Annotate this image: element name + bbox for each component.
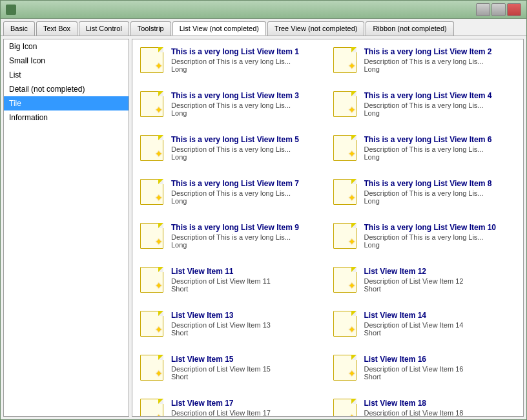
tab-listcontrol[interactable]: List Control	[79, 21, 129, 36]
app-icon	[6, 5, 16, 15]
file-icon-5: ✦	[140, 135, 163, 161]
tile-item-3[interactable]: ✦ This is a very long List View Item 3 D…	[135, 86, 328, 130]
tile-item-6[interactable]: ✦ This is a very long List View Item 6 D…	[328, 130, 521, 174]
file-icon-10: ✦	[333, 223, 356, 249]
list-scroll[interactable]: ✦ This is a very long List View Item 1 D…	[132, 39, 523, 416]
tile-item-13[interactable]: ✦ List View Item 13 Description of List …	[135, 306, 328, 350]
star-badge-17: ✦	[155, 412, 163, 416]
file-icon-11: ✦	[140, 267, 163, 293]
tab-listview[interactable]: List View (not completed)	[172, 21, 266, 36]
minimize-button[interactable]	[476, 3, 490, 16]
sidebar-item-information[interactable]: Information	[4, 110, 129, 125]
tile-extra-15: Short	[171, 373, 323, 381]
tile-text-13: List View Item 13 Description of List Vi…	[171, 311, 323, 337]
tile-item-9[interactable]: ✦ This is a very long List View Item 9 D…	[135, 218, 328, 262]
file-icon-6: ✦	[333, 135, 356, 161]
tile-icon-4: ✦	[333, 91, 359, 117]
main-window: BasicText BoxList ControlToolstripList V…	[0, 0, 527, 420]
tile-item-8[interactable]: ✦ This is a very long List View Item 8 D…	[328, 174, 521, 218]
tile-icon-9: ✦	[140, 223, 166, 249]
star-badge-10: ✦	[348, 236, 356, 247]
tile-item-12[interactable]: ✦ List View Item 12 Description of List …	[328, 262, 521, 306]
tile-grid: ✦ This is a very long List View Item 1 D…	[135, 42, 521, 416]
close-button[interactable]	[507, 3, 521, 16]
tile-icon-3: ✦	[140, 91, 166, 117]
tile-desc-16: Description of List View Item 16	[364, 365, 516, 373]
tile-extra-16: Short	[364, 373, 516, 381]
tile-item-16[interactable]: ✦ List View Item 16 Description of List …	[328, 350, 521, 394]
tile-desc-9: Description of This is a very long Lis..…	[171, 233, 323, 241]
tile-item-5[interactable]: ✦ This is a very long List View Item 5 D…	[135, 130, 328, 174]
tile-title-2: This is a very long List View Item 2	[364, 47, 516, 56]
sidebar-item-smallicon[interactable]: Small Icon	[4, 54, 129, 68]
tile-desc-11: Description of List View Item 11	[171, 277, 323, 285]
tile-desc-8: Description of This is a very long Lis..…	[364, 189, 516, 197]
tile-title-15: List View Item 15	[171, 355, 323, 364]
tile-icon-7: ✦	[140, 179, 166, 205]
tab-treeview[interactable]: Tree View (not completed)	[267, 21, 364, 36]
tile-text-17: List View Item 17 Description of List Vi…	[171, 399, 323, 416]
star-badge-16: ✦	[348, 368, 356, 379]
tile-icon-8: ✦	[333, 179, 359, 205]
list-area: ✦ This is a very long List View Item 1 D…	[132, 39, 524, 417]
tile-text-4: This is a very long List View Item 4 Des…	[364, 91, 516, 117]
tile-title-4: This is a very long List View Item 4	[364, 91, 516, 100]
tile-extra-13: Short	[171, 329, 323, 337]
file-icon-2: ✦	[333, 47, 356, 73]
tile-item-18[interactable]: ✦ List View Item 18 Description of List …	[328, 394, 521, 416]
tile-title-6: This is a very long List View Item 6	[364, 135, 516, 144]
star-badge-8: ✦	[348, 193, 356, 203]
tab-textbox[interactable]: Text Box	[36, 21, 78, 36]
tile-item-4[interactable]: ✦ This is a very long List View Item 4 D…	[328, 86, 521, 130]
tile-text-8: This is a very long List View Item 8 Des…	[364, 179, 516, 205]
tile-item-15[interactable]: ✦ List View Item 15 Description of List …	[135, 350, 328, 394]
tile-icon-16: ✦	[333, 355, 359, 381]
tile-text-15: List View Item 15 Description of List Vi…	[171, 355, 323, 381]
tile-item-10[interactable]: ✦ This is a very long List View Item 10 …	[328, 218, 521, 262]
tile-text-16: List View Item 16 Description of List Vi…	[364, 355, 516, 381]
tile-extra-12: Short	[364, 285, 516, 293]
tile-item-1[interactable]: ✦ This is a very long List View Item 1 D…	[135, 42, 328, 86]
file-icon-8: ✦	[333, 179, 356, 205]
sidebar-scroll[interactable]: Big IconSmall IconListDetail (not comple…	[4, 39, 129, 416]
tile-item-11[interactable]: ✦ List View Item 11 Description of List …	[135, 262, 328, 306]
tile-item-14[interactable]: ✦ List View Item 14 Description of List …	[328, 306, 521, 350]
tile-desc-1: Description of This is a very long Lis..…	[171, 58, 323, 65]
sidebar-item-list[interactable]: List	[4, 68, 129, 82]
tile-title-10: This is a very long List View Item 10	[364, 223, 516, 232]
tile-icon-1: ✦	[140, 47, 166, 73]
tile-icon-11: ✦	[140, 267, 166, 293]
tab-basic[interactable]: Basic	[3, 21, 35, 36]
tile-text-7: This is a very long List View Item 7 Des…	[171, 179, 323, 205]
maximize-button[interactable]	[491, 3, 506, 16]
tile-desc-7: Description of This is a very long Lis..…	[171, 189, 323, 197]
tile-text-2: This is a very long List View Item 2 Des…	[364, 47, 516, 73]
tile-item-17[interactable]: ✦ List View Item 17 Description of List …	[135, 394, 328, 416]
tile-item-2[interactable]: ✦ This is a very long List View Item 2 D…	[328, 42, 521, 86]
star-badge-11: ✦	[155, 280, 163, 291]
star-badge-18: ✦	[348, 412, 356, 416]
tile-title-9: This is a very long List View Item 9	[171, 223, 323, 232]
title-controls	[476, 3, 521, 16]
tab-toolstrip[interactable]: Toolstrip	[130, 21, 171, 36]
tile-extra-9: Long	[171, 241, 323, 249]
star-badge-7: ✦	[155, 193, 163, 203]
sidebar-item-tile[interactable]: Tile	[4, 96, 129, 110]
tile-desc-6: Description of This is a very long Lis..…	[364, 145, 516, 153]
sidebar-item-detail[interactable]: Detail (not completed)	[4, 82, 129, 96]
tile-title-11: List View Item 11	[171, 267, 323, 276]
tile-title-18: List View Item 18	[364, 399, 516, 408]
tile-text-9: This is a very long List View Item 9 Des…	[171, 223, 323, 249]
main-content: Big IconSmall IconListDetail (not comple…	[1, 36, 526, 419]
sidebar-item-bigicon[interactable]: Big Icon	[4, 39, 129, 54]
tile-title-1: This is a very long List View Item 1	[171, 47, 323, 56]
tile-text-3: This is a very long List View Item 3 Des…	[171, 91, 323, 117]
tile-desc-14: Description of List View Item 14	[364, 321, 516, 329]
tab-ribbon[interactable]: Ribbon (not completed)	[366, 21, 453, 36]
star-badge-12: ✦	[348, 280, 356, 291]
tile-text-6: This is a very long List View Item 6 Des…	[364, 135, 516, 161]
tile-item-7[interactable]: ✦ This is a very long List View Item 7 D…	[135, 174, 328, 218]
sidebar: Big IconSmall IconListDetail (not comple…	[3, 39, 129, 417]
tile-text-14: List View Item 14 Description of List Vi…	[364, 311, 516, 337]
tile-extra-5: Long	[171, 153, 323, 161]
